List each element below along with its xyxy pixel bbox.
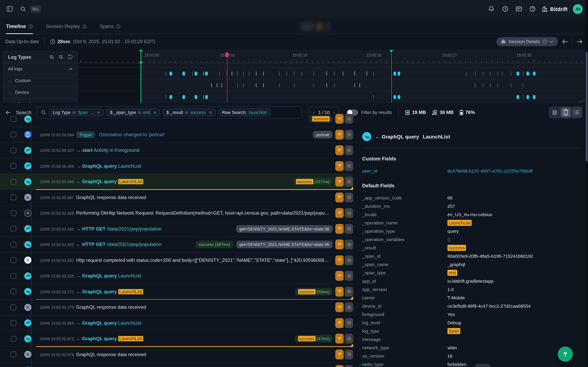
detail-field-row[interactable]: _span_typeend: [362, 269, 588, 277]
row-checkbox[interactable]: [11, 351, 16, 357]
timeline-event-tick[interactable]: [343, 72, 343, 76]
log-type-item-device[interactable]: ∟Device: [3, 87, 78, 99]
view-data-icon[interactable]: [550, 108, 560, 117]
partial-button[interactable]: [360, 364, 378, 367]
row-checkbox[interactable]: [11, 289, 16, 294]
row-checkbox[interactable]: [11, 195, 16, 200]
row-checkbox[interactable]: [11, 320, 16, 326]
tab-session-replay[interactable]: Session Replay: [46, 24, 87, 34]
view-device-icon[interactable]: [561, 108, 571, 117]
detail-field-row[interactable]: device_idce3efbd8-86f8-4c47-bcc2-27d2caa…: [362, 302, 588, 310]
row-settings-button[interactable]: [345, 192, 353, 202]
detail-field-row[interactable]: foregroundYes: [362, 310, 588, 318]
timeline-event-tick[interactable]: [502, 72, 502, 76]
timeline-event-tick[interactable]: [354, 83, 355, 87]
timeline-event-tick[interactable]: [294, 83, 294, 87]
detail-field-row[interactable]: os_version16: [362, 352, 588, 360]
timeline-event-tick[interactable]: [510, 83, 511, 87]
row-settings-button[interactable]: [345, 161, 353, 171]
timeline-event-dot[interactable]: [393, 72, 396, 76]
detail-field-row[interactable]: message: [362, 335, 588, 343]
row-checkbox[interactable]: [11, 273, 16, 279]
row-settings-button[interactable]: [345, 255, 353, 265]
row-settings-button[interactable]: [345, 208, 353, 218]
row-checkbox[interactable]: [11, 179, 16, 185]
timeline-event-tick[interactable]: [249, 72, 250, 76]
log-row[interactable]: O10/09 15:02:03.470Performing OkHttp Net…: [0, 362, 353, 367]
timeline-event-tick[interactable]: [166, 72, 166, 76]
timeline-event-tick[interactable]: [256, 83, 257, 87]
playhead-marker[interactable]: [227, 53, 227, 103]
help-icon[interactable]: [528, 5, 536, 13]
timeline-event-tick[interactable]: [367, 72, 367, 76]
match-filter-button[interactable]: [335, 224, 344, 234]
timeline-event-tick[interactable]: [166, 95, 166, 99]
timeline-event-tick[interactable]: [211, 83, 212, 87]
timeline-event-tick[interactable]: [523, 83, 523, 87]
timeline-event-tick[interactable]: [263, 72, 264, 76]
sidebar-toggle-icon[interactable]: [5, 5, 14, 13]
detail-field-row[interactable]: _operation_nameLaunchList: [362, 219, 588, 227]
avatar[interactable]: JH: [573, 4, 583, 14]
log-type-item-lifecycle[interactable]: ∟Lifecycle: [3, 98, 78, 103]
timeline-event-tick[interactable]: [497, 72, 498, 76]
log-row[interactable]: success: [0, 111, 353, 127]
row-settings-button[interactable]: [345, 130, 353, 140]
timeline-event-tick[interactable]: [256, 72, 257, 76]
timeline-event-dot[interactable]: [526, 95, 529, 99]
timeline-event-tick[interactable]: [483, 72, 483, 76]
match-filter-button[interactable]: [335, 334, 344, 344]
search-icon[interactable]: [19, 5, 27, 13]
next-session-arrow[interactable]: [576, 39, 583, 44]
partial-button[interactable]: [475, 364, 490, 367]
timeline-event-tick[interactable]: [475, 83, 476, 87]
detail-field-row[interactable]: _operation_typequery: [362, 227, 588, 235]
timeline-event-tick[interactable]: [237, 72, 238, 76]
timeline-event-tick[interactable]: [510, 72, 511, 76]
detail-field-row[interactable]: _operation_variables{}: [362, 235, 588, 244]
view-list-icon[interactable]: [572, 108, 582, 117]
match-filter-button[interactable]: [335, 365, 344, 367]
detail-field-row[interactable]: _localeen_US_#u-mu-celsius: [362, 210, 588, 219]
detail-field-row[interactable]: _span_name_graphql: [362, 260, 588, 269]
timeline-canvas[interactable]: 15:01:5315:02:0115:02:1015:02:1815:02:27…: [78, 50, 585, 103]
scrollbar-thumb[interactable]: [586, 52, 588, 162]
notifications-bell-icon[interactable]: [487, 5, 496, 13]
match-filter-button[interactable]: [335, 161, 344, 171]
timeline-event-tick[interactable]: [466, 72, 467, 76]
detail-field-row[interactable]: _app_version_code66: [362, 194, 588, 202]
timeline-event-tick[interactable]: [359, 83, 360, 87]
log-type-item-all-logs[interactable]: All logs: [3, 63, 78, 75]
timeline-event-dot[interactable]: [195, 72, 197, 76]
timeline-event-dot[interactable]: [533, 72, 536, 76]
timeline-event-dot[interactable]: [398, 72, 400, 76]
timeline-event-dot[interactable]: [205, 95, 208, 99]
timeline-event-tick[interactable]: [219, 72, 220, 76]
row-checkbox[interactable]: [11, 163, 16, 169]
timeline-event-tick[interactable]: [354, 72, 355, 76]
timeline-event-tick[interactable]: [490, 83, 490, 87]
billing-card-icon[interactable]: [515, 5, 523, 13]
timeline-event-tick[interactable]: [232, 72, 232, 76]
log-row[interactable]: D10/09 15:02:02.375GraphQL response data…: [0, 300, 353, 315]
zoom-in-icon[interactable]: [49, 54, 55, 60]
row-checkbox[interactable]: [11, 226, 16, 232]
detail-field-row[interactable]: _resultsuccess: [362, 244, 588, 252]
timeline-resize-handle[interactable]: [579, 98, 585, 102]
match-filter-button[interactable]: [335, 145, 344, 155]
timeline-event-dot[interactable]: [393, 95, 396, 99]
row-checkbox[interactable]: [11, 132, 16, 138]
timeline-event-tick[interactable]: [523, 95, 523, 99]
timeline-ruler[interactable]: [78, 58, 585, 63]
log-row[interactable]: 10/09 15:02:00.660← GraphQL query Launch…: [0, 174, 353, 190]
row-settings-button[interactable]: [345, 302, 353, 312]
row-settings-button[interactable]: [345, 145, 353, 155]
match-filter-button[interactable]: [335, 287, 344, 296]
zoom-out-icon[interactable]: [58, 54, 64, 60]
timeline-event-tick[interactable]: [221, 83, 222, 87]
row-settings-button[interactable]: [345, 177, 353, 187]
log-row[interactable]: 10/09 15:01:59.627→ start Activity in Fo…: [0, 143, 353, 158]
log-row[interactable]: 10/09 15:02:01.431→ HTTP GET /data/2021/…: [0, 221, 353, 237]
row-settings-button[interactable]: [345, 365, 353, 367]
session-details-button[interactable]: Session Details: [496, 37, 558, 46]
